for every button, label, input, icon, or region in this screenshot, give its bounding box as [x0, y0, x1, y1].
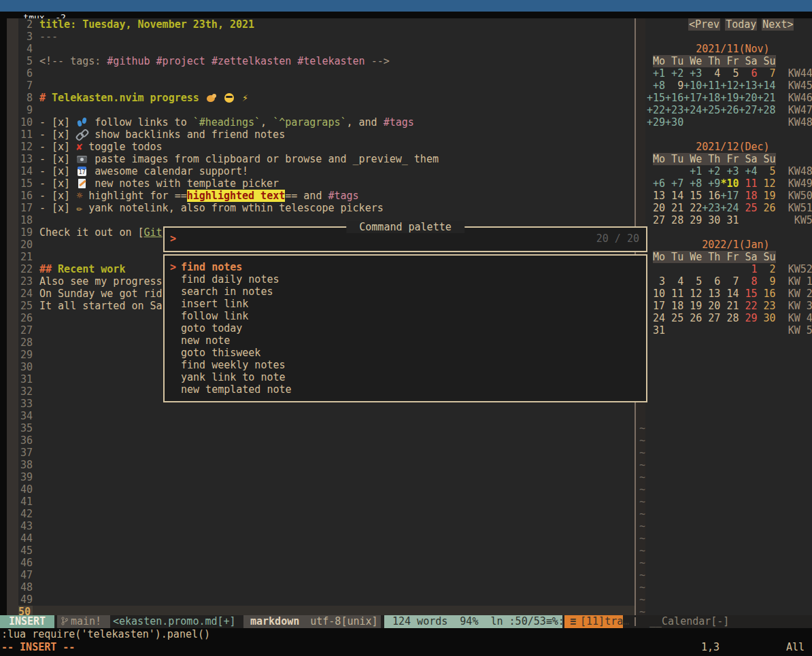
editor-line[interactable]: 39 — [18, 471, 635, 483]
editor-line[interactable]: 50 — [18, 606, 635, 615]
calendar-day[interactable]: +7 — [665, 177, 683, 190]
calendar-day[interactable]: +23 — [665, 104, 683, 116]
palette-item[interactable]: find weekly notes — [165, 359, 646, 371]
calendar-day[interactable]: 14 — [720, 288, 739, 300]
prev-button[interactable]: <Prev — [688, 18, 720, 31]
filename[interactable]: <ekasten.promo.md[+] — [113, 615, 236, 628]
editor-line[interactable]: 35 — [18, 422, 635, 434]
calendar-day[interactable]: +3 — [683, 67, 702, 80]
calendar-day[interactable]: 23 — [758, 300, 776, 312]
editor-line[interactable]: 3--- — [18, 31, 635, 43]
calendar-day[interactable]: 10 — [647, 288, 665, 300]
calendar-day[interactable]: 13 — [702, 288, 720, 300]
palette-item[interactable]: >find notes — [165, 261, 646, 273]
editor-line[interactable]: 36 — [18, 434, 635, 447]
palette-item[interactable]: goto thisweek — [165, 347, 646, 359]
calendar-day[interactable]: +8 — [647, 80, 665, 92]
calendar-day[interactable]: +4 — [739, 165, 757, 177]
calendar-day[interactable]: 6 — [739, 67, 757, 80]
editor-line[interactable]: 38 — [18, 459, 635, 471]
calendar-day[interactable]: +1 — [647, 67, 665, 80]
palette-item[interactable]: find daily notes — [165, 273, 646, 286]
calendar-day[interactable]: 30 — [702, 214, 720, 226]
calendar-day[interactable]: 28 — [665, 214, 683, 226]
git-branch-segment[interactable]: main! — [57, 615, 110, 628]
editor-line[interactable]: 45 — [18, 545, 635, 557]
calendar-day[interactable]: 17 — [647, 300, 665, 312]
editor-line[interactable]: 17- [x] ✏ yank notelink, also from wthin… — [18, 202, 635, 214]
editor-line[interactable]: 7 — [18, 80, 635, 92]
calendar-day[interactable]: 5 — [758, 165, 776, 177]
editor-line[interactable]: 41 — [18, 496, 635, 508]
calendar-day[interactable]: 19 — [758, 190, 776, 202]
calendar-day[interactable]: +13 — [739, 80, 757, 92]
calendar-day[interactable]: +26 — [720, 104, 739, 116]
editor-line[interactable]: 42 — [18, 508, 635, 520]
calendar-day[interactable]: 12 — [683, 288, 702, 300]
calendar-day[interactable]: 7 — [758, 67, 776, 80]
calendar-day[interactable]: 20 — [702, 300, 720, 312]
calendar-day[interactable]: 19 — [683, 300, 702, 312]
editor-line[interactable]: 49 — [18, 593, 635, 606]
editor-line[interactable]: 13- [x] paste images from clipboard or b… — [18, 153, 635, 165]
calendar-day[interactable]: *10 — [720, 177, 739, 190]
calendar-day[interactable]: 27 — [647, 214, 665, 226]
editor-line[interactable]: 46 — [18, 557, 635, 569]
calendar-day[interactable]: 21 — [665, 202, 683, 214]
editor-line[interactable]: 9 — [18, 104, 635, 116]
calendar-day[interactable]: 3 — [647, 275, 665, 288]
calendar-day[interactable]: 20 — [647, 202, 665, 214]
calendar-day[interactable]: +28 — [758, 104, 776, 116]
calendar-day[interactable]: 29 — [683, 214, 702, 226]
calendar-day[interactable]: 28 — [720, 312, 739, 324]
editor-line[interactable]: 44 — [18, 532, 635, 545]
calendar-day[interactable]: 6 — [702, 275, 720, 288]
editor-line[interactable]: 6 — [18, 67, 635, 80]
calendar-day[interactable]: 7 — [720, 275, 739, 288]
calendar-day[interactable]: 5 — [720, 67, 739, 80]
today-button[interactable]: Today — [725, 18, 757, 31]
palette-item[interactable]: yank link to note — [165, 371, 646, 383]
calendar-day[interactable]: 8 — [739, 275, 757, 288]
calendar-day[interactable]: +19 — [720, 92, 739, 104]
editor-line[interactable]: 5<!-- tags: #github #project #zettelkast… — [18, 55, 635, 67]
calendar-day[interactable]: 11 — [739, 177, 757, 190]
palette-item[interactable]: insert link — [165, 298, 646, 310]
editor-line[interactable]: 40 — [18, 483, 635, 496]
editor-line[interactable]: 14- [x] awesome calendar support! — [18, 165, 635, 177]
editor-line[interactable]: 11- [x] show backlinks and friend notes — [18, 128, 635, 141]
palette-prompt-box[interactable]: Command palette > 20 / 20 — [163, 226, 647, 252]
calendar-day[interactable]: +21 — [758, 92, 776, 104]
calendar-day[interactable]: 26 — [683, 312, 702, 324]
calendar-day[interactable]: 15 — [739, 288, 757, 300]
calendar-day[interactable]: +10 — [683, 80, 702, 92]
editor-line[interactable]: 37 — [18, 447, 635, 459]
calendar-day[interactable]: +6 — [647, 177, 665, 190]
calendar-day[interactable]: +22 — [647, 104, 665, 116]
calendar-day[interactable]: 21 — [720, 300, 739, 312]
palette-item[interactable]: new note — [165, 334, 646, 347]
calendar-day[interactable]: 25 — [739, 202, 757, 214]
calendar-day[interactable]: +16 — [665, 92, 683, 104]
palette-item[interactable]: goto today — [165, 322, 646, 334]
calendar-day[interactable]: +8 — [683, 177, 702, 190]
calendar-day[interactable]: +20 — [739, 92, 757, 104]
calendar-day[interactable]: +18 — [702, 92, 720, 104]
editor-line[interactable]: 43 — [18, 520, 635, 532]
editor-line[interactable]: 2title: Tuesday, November 23th, 2021 — [18, 18, 635, 31]
calendar-day[interactable]: +29 — [647, 116, 665, 128]
calendar-day[interactable]: 29 — [739, 312, 757, 324]
calendar-day[interactable]: 31 — [720, 214, 739, 226]
calendar-day[interactable]: 4 — [665, 275, 683, 288]
calendar-day[interactable]: +12 — [720, 80, 739, 92]
calendar-day[interactable]: +3 — [720, 165, 739, 177]
calendar-day[interactable]: 16 — [702, 190, 720, 202]
calendar-day[interactable]: +27 — [739, 104, 757, 116]
calendar-day[interactable]: 13 — [647, 190, 665, 202]
calendar-day[interactable]: 15 — [683, 190, 702, 202]
editor-line[interactable]: 4 — [18, 43, 635, 55]
calendar-day[interactable]: 22 — [739, 300, 757, 312]
calendar-day[interactable]: 18 — [665, 300, 683, 312]
calendar-day[interactable]: 1 — [739, 263, 757, 275]
calendar-day[interactable]: +24 — [720, 202, 739, 214]
